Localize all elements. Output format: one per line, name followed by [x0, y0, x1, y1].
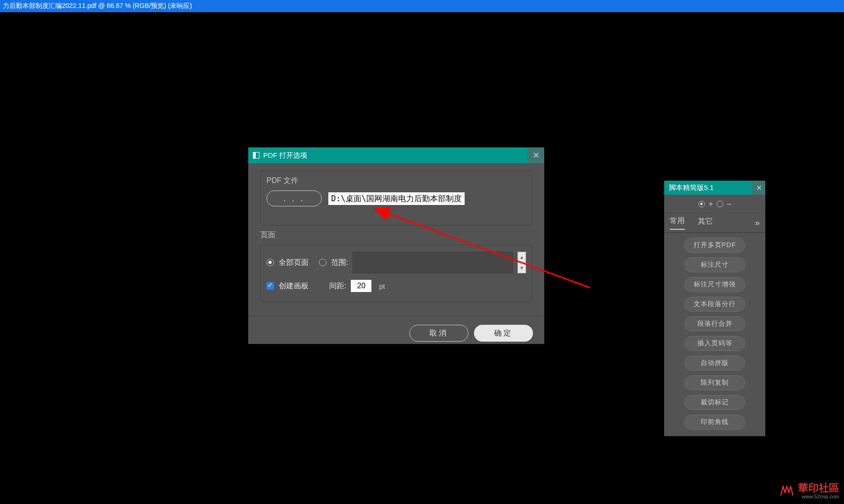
dialog-title: PDF 打开选项	[263, 151, 307, 160]
file-path-display: D:\桌面\国网湖南电力后勤本部制度	[328, 192, 465, 205]
panel-btn-dim[interactable]: 标注尺寸	[684, 257, 745, 272]
dialog-title-icon	[253, 152, 259, 159]
panel-btn-para-merge[interactable]: 段落行合并	[684, 316, 745, 331]
app-title: 力后勤本部制度汇编2022.11.pdf @ 66.67 % (RGB/预览) …	[3, 2, 192, 10]
browse-button[interactable]: . . .	[267, 190, 322, 206]
spacing-input[interactable]	[351, 280, 371, 292]
panel-btn-open-pdf[interactable]: 打开多页PDF	[684, 238, 745, 253]
create-artboard-label: 创建画板	[279, 281, 309, 291]
panel-btn-array-copy[interactable]: 陈列复制	[684, 375, 745, 390]
page-section-label: 页面	[260, 230, 532, 240]
spacing-unit: pt	[379, 282, 385, 290]
range-label: 范围:	[331, 258, 348, 268]
watermark-logo-icon	[779, 484, 794, 497]
panel-close-button[interactable]: ✕	[752, 181, 765, 195]
dialog-body: PDF 文件 . . . D:\桌面\国网湖南电力后勤本部制度 页面 全部页面 …	[248, 163, 544, 302]
ok-button[interactable]: 确定	[474, 325, 533, 342]
panel-btn-dim-adv[interactable]: 标注尺寸增强	[684, 277, 745, 292]
range-input[interactable]	[353, 252, 513, 273]
dialog-titlebar[interactable]: PDF 打开选项 ✕	[248, 147, 544, 163]
panel-mode-row: + –	[664, 195, 765, 213]
range-spinner-down[interactable]: ▼	[518, 263, 526, 273]
panel-items: 打开多页PDF 标注尺寸 标注尺寸增强 文本段落分行 段落行合并 插入页码等 自…	[664, 233, 765, 436]
watermark: 華印社區 www.52cnp.com	[779, 481, 839, 499]
page-section: 全部页面 范围: ▲ ▼ 创建画板 间距: pt	[260, 245, 532, 302]
spacing-label: 间距:	[329, 281, 346, 291]
dialog-button-row: 取消 确定	[248, 316, 544, 350]
file-row: . . . D:\桌面\国网湖南电力后勤本部制度	[267, 190, 526, 206]
cancel-button[interactable]: 取消	[409, 325, 468, 342]
watermark-main: 華印社區	[798, 481, 839, 495]
panel-btn-auto-imposition[interactable]: 自动拼版	[684, 356, 745, 371]
panel-btn-insert-pageno[interactable]: 插入页码等	[684, 336, 745, 351]
file-section: PDF 文件 . . . D:\桌面\国网湖南电力后勤本部制度	[260, 171, 532, 226]
panel-btn-prepress-corner[interactable]: 印前角线	[684, 415, 745, 430]
script-panel: 脚本精简版5.1 ✕ + – 常用 其它 » 打开多页PDF 标注尺寸 标注尺寸…	[664, 181, 765, 436]
panel-mode-plus-label: +	[709, 200, 713, 208]
range-radio[interactable]	[319, 259, 326, 266]
watermark-sub: www.52cnp.com	[802, 494, 839, 499]
panel-btn-text-split[interactable]: 文本段落分行	[684, 297, 745, 312]
dialog-close-button[interactable]: ✕	[527, 147, 544, 163]
panel-tab-other[interactable]: 其它	[698, 217, 713, 229]
pdf-open-options-dialog: PDF 打开选项 ✕ PDF 文件 . . . D:\桌面\国网湖南电力后勤本部…	[248, 147, 544, 344]
panel-titlebar[interactable]: 脚本精简版5.1 ✕	[664, 181, 765, 195]
range-spinner-up[interactable]: ▲	[518, 252, 526, 263]
create-artboard-checkbox[interactable]	[267, 282, 274, 290]
file-section-label: PDF 文件	[267, 176, 526, 186]
panel-mode-plus-radio[interactable]	[698, 201, 705, 207]
panel-tab-more[interactable]: »	[755, 218, 760, 228]
range-spinner: ▲ ▼	[518, 252, 526, 273]
all-pages-radio[interactable]	[267, 259, 274, 266]
all-pages-label: 全部页面	[279, 258, 309, 268]
panel-mode-minus-label: –	[727, 200, 731, 208]
page-row: 全部页面 范围: ▲ ▼	[267, 252, 526, 273]
app-titlebar: 力后勤本部制度汇编2022.11.pdf @ 66.67 % (RGB/预览) …	[0, 0, 844, 12]
panel-btn-crop-marks[interactable]: 裁切标记	[684, 395, 745, 410]
panel-mode-minus-radio[interactable]	[717, 201, 723, 207]
panel-title: 脚本精简版5.1	[669, 183, 714, 192]
panel-tabs: 常用 其它 »	[664, 213, 765, 233]
panel-tab-common[interactable]: 常用	[670, 216, 685, 230]
create-artboard-row: 创建画板 间距: pt	[267, 280, 526, 292]
